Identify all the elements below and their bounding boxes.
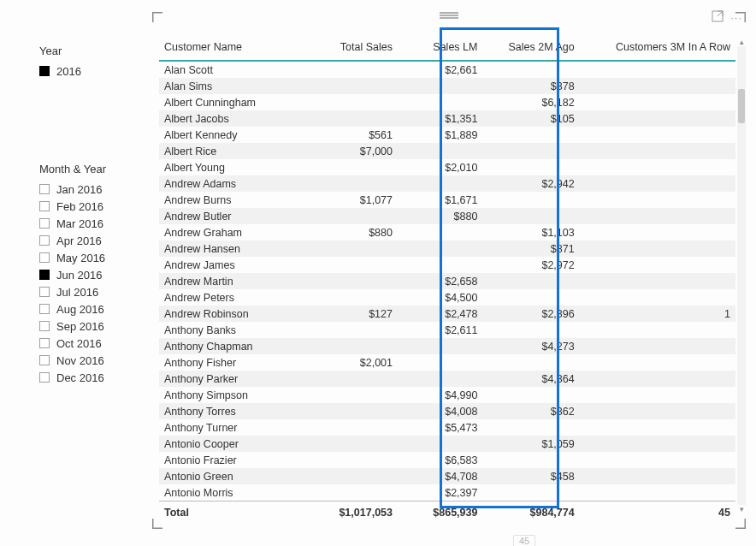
cell-total — [304, 61, 398, 78]
table-row[interactable]: Albert Cunningham$6,182 — [159, 94, 735, 110]
scroll-up-icon[interactable]: ▴ — [737, 38, 746, 46]
slicer-month-item[interactable]: May 2016 — [39, 249, 151, 266]
col-sales-lm[interactable]: Sales LM — [398, 33, 482, 61]
table-row[interactable]: Albert Young$2,010 — [159, 159, 735, 175]
slicer-month[interactable]: Month & Year Jan 2016Feb 2016Mar 2016Apr… — [39, 163, 151, 386]
more-options-icon[interactable]: ··· — [730, 11, 742, 24]
slicer-month-item[interactable]: Nov 2016 — [39, 352, 151, 369]
col-customers-3m[interactable]: Customers 3M In A Row — [580, 33, 735, 61]
checkbox-icon[interactable] — [39, 355, 50, 365]
slicer-month-item[interactable]: Jun 2016 — [39, 266, 151, 283]
table-row[interactable]: Anthony Parker$4,364 — [159, 371, 735, 387]
total-lm-value: $865,939 — [398, 501, 482, 519]
col-sales-2m-ago[interactable]: Sales 2M Ago — [482, 33, 579, 61]
vertical-scrollbar[interactable]: ▴ ▾ — [737, 46, 746, 505]
slicer-month-item[interactable]: Jan 2016 — [39, 181, 151, 198]
slicer-item-label: Apr 2016 — [56, 234, 102, 247]
cell-lm — [398, 94, 482, 110]
checkbox-icon[interactable] — [39, 201, 50, 211]
table-row[interactable]: Andrew James$2,972 — [159, 257, 735, 273]
drag-handle-icon[interactable] — [440, 12, 458, 17]
slicer-month-item[interactable]: Feb 2016 — [39, 198, 151, 215]
cell-name: Andrew Martin — [159, 273, 304, 289]
cell-c3 — [580, 468, 735, 484]
cell-total: $7,000 — [304, 143, 398, 159]
checkbox-icon[interactable] — [39, 338, 50, 348]
table-row[interactable]: Albert Rice$7,000 — [159, 143, 735, 159]
table-header-row[interactable]: Customer Name Total Sales Sales LM Sales… — [159, 33, 735, 61]
table-row[interactable]: Alan Scott$2,661 — [159, 61, 735, 78]
table-row[interactable]: Anthony Fisher$2,001 — [159, 354, 735, 371]
slicer-month-items: Jan 2016Feb 2016Mar 2016Apr 2016May 2016… — [39, 181, 151, 386]
cell-name: Andrew James — [159, 257, 304, 273]
checkbox-icon[interactable] — [39, 304, 50, 314]
cell-name: Alan Sims — [159, 78, 304, 94]
table-row[interactable]: Antonio Green$4,708$458 — [159, 468, 735, 484]
cell-lm: $2,661 — [398, 61, 482, 78]
slicer-month-item[interactable]: Aug 2016 — [39, 300, 151, 318]
slicer-month-item[interactable]: Apr 2016 — [39, 232, 151, 249]
col-customer-name[interactable]: Customer Name — [159, 33, 304, 61]
table-row[interactable]: Anthony Turner$5,473 — [159, 419, 735, 436]
checkbox-icon[interactable] — [39, 218, 50, 228]
total-2m-value: $984,774 — [482, 501, 579, 519]
cell-name: Albert Young — [159, 159, 304, 175]
cell-m2: $4,273 — [482, 338, 579, 354]
slicer-month-item[interactable]: Oct 2016 — [39, 335, 151, 352]
checkbox-icon[interactable] — [39, 287, 50, 297]
slicer-month-item[interactable]: Sep 2016 — [39, 318, 151, 335]
slicer-year-items: 2016 — [39, 62, 142, 80]
table-row[interactable]: Andrew Hansen$871 — [159, 240, 735, 257]
table-row[interactable]: Andrew Robinson$127$2,478$2,3961 — [159, 306, 735, 322]
table-row[interactable]: Albert Kennedy$561$1,889 — [159, 127, 735, 143]
table-row[interactable]: Andrew Adams$2,942 — [159, 175, 735, 192]
col-total-sales[interactable]: Total Sales — [304, 33, 398, 61]
table-row[interactable]: Andrew Butler$880 — [159, 208, 735, 224]
slicer-month-item[interactable]: Dec 2016 — [39, 369, 151, 386]
slicer-year[interactable]: Year 2016 — [39, 45, 142, 80]
cell-total: $880 — [304, 224, 398, 240]
table-row[interactable]: Antonio Cooper$1,059 — [159, 436, 735, 452]
cell-total — [304, 78, 398, 94]
slicer-year-item[interactable]: 2016 — [39, 62, 142, 80]
checkbox-icon[interactable] — [39, 184, 50, 194]
table-row[interactable]: Andrew Graham$880$1,103 — [159, 224, 735, 240]
checkbox-icon[interactable] — [39, 252, 50, 263]
checkbox-icon[interactable] — [39, 321, 50, 331]
checkbox-icon[interactable] — [39, 270, 50, 280]
table-row[interactable]: Anthony Simpson$4,990 — [159, 387, 735, 403]
slicer-item-label: 2016 — [56, 65, 81, 78]
checkbox-icon[interactable] — [39, 235, 50, 246]
cell-name: Andrew Hansen — [159, 240, 304, 257]
cell-lm: $2,611 — [398, 322, 482, 338]
scroll-thumb[interactable] — [738, 89, 745, 123]
table-row[interactable]: Antonio Frazier$6,583 — [159, 452, 735, 468]
table-row[interactable]: Andrew Martin$2,658 — [159, 273, 735, 289]
checkbox-icon[interactable] — [39, 372, 50, 383]
cell-m2: $1,103 — [482, 224, 579, 240]
cell-lm — [398, 371, 482, 387]
cell-c3 — [580, 143, 735, 159]
table-row[interactable]: Albert Jacobs$1,351$105 — [159, 110, 735, 127]
table-row[interactable]: Andrew Burns$1,077$1,671 — [159, 192, 735, 208]
table-row[interactable]: Andrew Peters$4,500 — [159, 289, 735, 306]
checkbox-icon[interactable] — [39, 66, 50, 76]
focus-mode-icon[interactable] — [712, 10, 724, 25]
visual-header: ··· — [712, 10, 742, 25]
slicer-month-item[interactable]: Jul 2016 — [39, 283, 151, 300]
data-table[interactable]: Customer Name Total Sales Sales LM Sales… — [159, 33, 735, 519]
table-visual[interactable]: ··· Customer Name Total Sales Sales LM S… — [152, 12, 746, 529]
slicer-month-item[interactable]: Mar 2016 — [39, 215, 151, 232]
table-row[interactable]: Anthony Chapman$4,273 — [159, 338, 735, 354]
scroll-down-icon[interactable]: ▾ — [737, 505, 746, 513]
table-row[interactable]: Alan Sims$378 — [159, 78, 735, 94]
cell-total — [304, 159, 398, 175]
table-row[interactable]: Anthony Torres$4,008$362 — [159, 403, 735, 419]
table-row[interactable]: Anthony Banks$2,611 — [159, 322, 735, 338]
cell-m2: $2,942 — [482, 175, 579, 192]
cell-c3 — [580, 257, 735, 273]
table-row[interactable]: Antonio Morris$2,397 — [159, 484, 735, 501]
cell-lm: $4,990 — [398, 387, 482, 403]
cell-c3 — [580, 322, 735, 338]
cell-m2: $105 — [482, 110, 579, 127]
